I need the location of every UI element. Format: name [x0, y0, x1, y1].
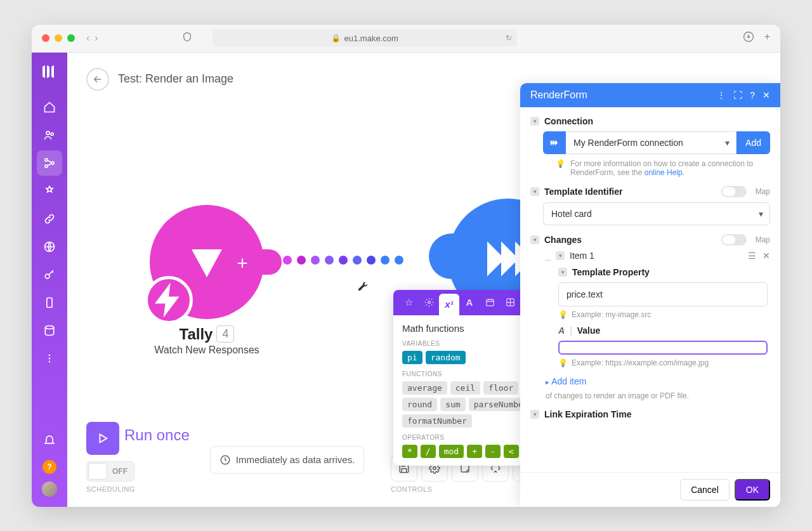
panel-expand-icon[interactable]: ⛶ [733, 90, 742, 100]
nav-arrows: ‹ › [86, 32, 98, 44]
panel-help-icon[interactable]: ? [750, 90, 755, 100]
run-label[interactable]: Run once [124, 426, 190, 444]
math-var-pi[interactable]: pi [402, 351, 422, 364]
help-badge-icon[interactable]: ? [43, 460, 56, 474]
download-icon[interactable] [743, 31, 754, 45]
forward-icon[interactable]: › [95, 32, 98, 44]
add-module-plus-icon[interactable]: + [233, 252, 251, 270]
maximize-window-icon[interactable] [67, 34, 75, 42]
template-select[interactable]: Hotel card [543, 202, 770, 225]
wrench-icon[interactable] [356, 281, 369, 297]
property-value: price.text [566, 289, 603, 299]
cancel-button[interactable]: Cancel [680, 479, 730, 501]
collapse-icon[interactable]: ▾ [530, 187, 539, 196]
item-label: Item 1 [570, 251, 594, 261]
panel-title: RenderForm [530, 89, 717, 101]
top-bar: Test: Render an Image [86, 68, 233, 91]
math-fn-round[interactable]: round [402, 398, 437, 411]
map-toggle[interactable] [721, 186, 747, 197]
add-connection-button[interactable]: Add [737, 131, 770, 154]
run-button[interactable] [86, 422, 119, 455]
scheduling-label: SCHEDULING [86, 485, 135, 493]
svg-rect-8 [47, 298, 52, 307]
value-input[interactable] [558, 341, 768, 355]
traffic-lights[interactable] [42, 34, 75, 42]
module-tally[interactable]: + Tally 4 Watch New Responses [150, 205, 264, 356]
collapse-icon[interactable]: ▾ [558, 268, 567, 277]
team-icon[interactable] [37, 122, 62, 148]
map-toggle[interactable] [721, 234, 747, 246]
refresh-icon[interactable]: ↻ [506, 34, 512, 43]
notifications-icon[interactable] [37, 427, 62, 452]
math-fn-formatNumber[interactable]: formatNumber [402, 414, 472, 428]
back-icon[interactable]: ‹ [86, 32, 89, 44]
math-fn-sum[interactable]: sum [440, 398, 465, 411]
math-op[interactable]: / [421, 445, 436, 458]
tab-star-icon[interactable]: ☆ [398, 290, 419, 315]
connection-label: Connection [544, 116, 593, 126]
home-icon[interactable] [37, 95, 62, 120]
devices-icon[interactable] [37, 290, 62, 315]
svg-point-12 [49, 360, 51, 362]
schedule-setting[interactable]: Immediately as data arrives. [210, 446, 365, 474]
item-menu-icon[interactable]: ☰ [748, 251, 756, 261]
svg-point-18 [428, 301, 430, 304]
collapse-icon[interactable]: ▾ [530, 235, 539, 244]
datastores-icon[interactable] [37, 318, 62, 343]
math-op[interactable]: * [402, 445, 417, 458]
template-property-input[interactable]: price.text [558, 282, 768, 306]
url-bar[interactable]: 🔒 eu1.make.com ↻ [213, 29, 517, 47]
collapse-icon[interactable]: ▾ [530, 117, 539, 126]
ok-button[interactable]: OK [735, 479, 770, 501]
bulb-icon: 💡 [558, 358, 568, 367]
svg-point-7 [45, 274, 49, 279]
templates-icon[interactable] [37, 178, 62, 204]
module-tally-title: Tally 4 [180, 325, 235, 343]
property-example: 💡Example: my-image.src [558, 310, 770, 319]
add-item-button[interactable]: ▸ Add item [546, 376, 586, 386]
collapse-icon[interactable]: ▾ [556, 251, 565, 260]
tally-circle-icon[interactable]: + [150, 205, 264, 319]
webhooks-icon[interactable] [37, 234, 62, 259]
schedule-block: OFF SCHEDULING [86, 461, 135, 493]
user-avatar[interactable] [42, 482, 57, 497]
flow-connection[interactable] [283, 256, 403, 265]
app-body: ? Test: Render an Image + [32, 53, 780, 507]
bulb-icon: 💡 [558, 310, 568, 319]
math-op[interactable]: - [485, 445, 501, 458]
tab-gear-icon[interactable] [419, 290, 439, 315]
minimize-window-icon[interactable] [55, 34, 62, 42]
tab-array-icon[interactable] [500, 290, 520, 315]
math-op[interactable]: mod [439, 445, 464, 458]
math-fn-floor[interactable]: floor [483, 381, 518, 395]
math-fn-average[interactable]: average [402, 381, 447, 395]
math-var-random[interactable]: random [426, 351, 466, 364]
math-op[interactable]: + [467, 445, 482, 458]
scheduling-toggle[interactable]: OFF [86, 461, 134, 482]
shield-icon[interactable] [182, 32, 192, 44]
math-fn-ceil[interactable]: ceil [450, 381, 480, 395]
keys-icon[interactable] [37, 262, 62, 287]
math-op[interactable]: < [504, 445, 519, 458]
connections-icon[interactable] [37, 206, 62, 232]
tab-date-icon[interactable] [480, 290, 500, 315]
connection-select[interactable]: My RenderForm connection [566, 131, 737, 154]
make-logo-icon[interactable] [41, 63, 58, 81]
scenario-title[interactable]: Test: Render an Image [118, 72, 233, 86]
collapse-icon[interactable]: ▾ [530, 410, 539, 419]
tab-math-icon[interactable]: x¹ [439, 294, 459, 315]
panel-menu-icon[interactable]: ⋮ [717, 90, 726, 100]
new-tab-icon[interactable]: + [764, 31, 770, 45]
bulb-icon: 💡 [556, 159, 565, 177]
scenarios-icon[interactable] [37, 150, 62, 176]
tab-text-icon[interactable]: A [459, 290, 480, 315]
back-button[interactable] [86, 68, 109, 91]
online-help-link[interactable]: online Help [645, 168, 683, 177]
module-name: Tally [180, 325, 213, 343]
svg-marker-13 [192, 249, 222, 277]
panel-close-icon[interactable]: ✕ [763, 90, 770, 100]
more-icon[interactable] [37, 346, 62, 371]
renderform-conn-icon [543, 131, 566, 154]
item-delete-icon[interactable]: ✕ [763, 251, 770, 261]
close-window-icon[interactable] [42, 34, 49, 42]
